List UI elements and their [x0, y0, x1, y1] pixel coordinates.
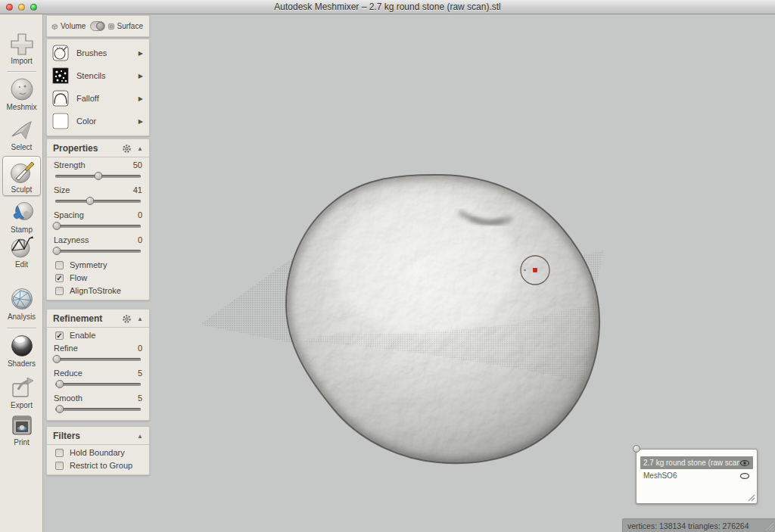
shaders-sphere-icon [9, 333, 35, 359]
strength-slider-knob[interactable] [94, 172, 102, 180]
meshmix-sphere-icon [9, 76, 35, 102]
refine-slider-knob[interactable] [53, 355, 61, 363]
toolbar-analysis-button[interactable]: Analysis [0, 286, 43, 321]
filters-header[interactable]: Filters ▲ [47, 427, 149, 445]
mesh-stats-text: vertices: 138134 triangles: 276264 [623, 521, 749, 530]
toolbar-edit-button[interactable]: Edit [0, 234, 43, 269]
enable-checkbox[interactable]: ✓ [55, 331, 64, 340]
panel-resize-grip[interactable] [747, 493, 755, 502]
falloff-row[interactable]: Falloff ▶ [51, 87, 145, 110]
reduce-slider-knob[interactable] [55, 380, 64, 388]
status-bar: vertices: 138134 triangles: 276264 [622, 518, 775, 532]
size-slider[interactable] [55, 200, 141, 203]
edit-wireframe-icon [9, 234, 35, 260]
toolbar-print-button[interactable]: Print [0, 413, 43, 446]
sculpt-tools-card: Brushes ▶ Stencils ▶ Falloff ▶ Color ▶ [46, 39, 150, 136]
symmetry-checkbox-row[interactable]: Symmetry [55, 260, 142, 269]
volume-surface-toggle-card: Volume Surface [46, 15, 150, 37]
gear-icon[interactable] [122, 314, 132, 324]
strength-slider[interactable] [55, 175, 141, 178]
smooth-slider-row: Smooth5 [54, 394, 142, 411]
strength-slider-row: Strength50 [54, 160, 142, 178]
zoom-window-button[interactable] [30, 4, 37, 11]
lazyness-slider[interactable] [55, 250, 141, 253]
object-row-meshso6[interactable]: MeshSO6 [640, 469, 753, 482]
refine-value: 0 [138, 344, 142, 353]
symmetry-checkbox[interactable] [55, 261, 64, 269]
size-slider-knob[interactable] [86, 197, 95, 205]
aligntostroke-checkbox-row[interactable]: AlignToStroke [55, 286, 142, 295]
collapse-icon[interactable]: ▲ [137, 316, 143, 322]
filters-card: Filters ▲ Hold Boundary Restrict to Grou… [46, 426, 150, 475]
lazyness-slider-knob[interactable] [53, 247, 61, 255]
close-window-button[interactable] [6, 4, 13, 11]
refine-slider[interactable] [55, 358, 141, 361]
visibility-eye-icon[interactable] [739, 459, 750, 467]
flow-checkbox[interactable]: ✓ [55, 274, 64, 282]
size-slider-row: Size41 [54, 185, 142, 203]
spacing-value: 0 [138, 210, 142, 219]
minimize-window-button[interactable] [18, 4, 25, 11]
expand-arrow-icon[interactable]: ▶ [139, 73, 143, 79]
toggle-knob[interactable] [96, 22, 104, 30]
stencils-icon [51, 67, 70, 85]
window-controls [6, 4, 37, 11]
toolbar-sculpt-button[interactable]: Sculpt [2, 156, 41, 196]
properties-card: Properties ▲ Strength50 Size41 Spacing0 … [46, 138, 150, 300]
restrict-to-group-checkbox[interactable] [55, 462, 64, 470]
object-row-stone[interactable]: 2.7 kg round stone (raw scan).stl [640, 456, 753, 469]
flow-checkbox-row[interactable]: ✓ Flow [55, 273, 142, 282]
brushes-icon [51, 44, 70, 62]
brush-hit-point [534, 269, 537, 272]
select-arrow-icon [9, 118, 35, 142]
title-bar: Autodesk Meshmixer – 2.7 kg round stone … [0, 0, 775, 14]
hold-boundary-checkbox[interactable] [55, 449, 64, 457]
analysis-mesh-icon [9, 286, 35, 312]
toolbar-import-button[interactable]: Import [0, 32, 43, 65]
stencils-row[interactable]: Stencils ▶ [51, 64, 145, 87]
size-value: 41 [133, 185, 142, 194]
toolbar-meshmix-button[interactable]: Meshmix [0, 76, 43, 111]
properties-header[interactable]: Properties ▲ [47, 139, 149, 157]
reduce-value: 5 [138, 369, 142, 378]
enable-checkbox-row[interactable]: ✓ Enable [55, 331, 142, 340]
color-row[interactable]: Color ▶ [51, 110, 145, 132]
expand-arrow-icon[interactable]: ▶ [139, 95, 143, 102]
stamp-fleur-icon [9, 199, 35, 225]
aligntostroke-checkbox[interactable] [55, 287, 64, 295]
volume-surface-toggle[interactable] [90, 21, 104, 31]
toolbar-divider [7, 71, 36, 72]
hold-boundary-checkbox-row[interactable]: Hold Boundary [55, 448, 142, 457]
surface-label: Surface [117, 22, 143, 30]
toolbar-divider [7, 328, 36, 328]
lazyness-value: 0 [138, 235, 142, 244]
surface-square-icon [107, 21, 115, 32]
reduce-slider[interactable] [55, 383, 141, 386]
toolbar-stamp-button[interactable]: Stamp [0, 199, 43, 234]
window-resize-grip[interactable] [764, 521, 774, 531]
expand-arrow-icon[interactable]: ▶ [139, 118, 143, 125]
lazyness-slider-row: Lazyness0 [54, 235, 142, 253]
toolbar-shaders-button[interactable]: Shaders [0, 333, 43, 368]
smooth-slider-knob[interactable] [55, 405, 64, 413]
gear-icon[interactable] [122, 144, 132, 154]
volume-cube-icon [51, 21, 58, 32]
color-swatch-icon [51, 112, 70, 130]
collapse-icon[interactable]: ▲ [137, 433, 143, 440]
toolbar-export-button[interactable]: Export [0, 376, 43, 409]
toolbar-select-button[interactable]: Select [0, 118, 43, 151]
spacing-slider-knob[interactable] [53, 222, 61, 230]
object-browser-pin-button[interactable] [633, 445, 640, 453]
restrict-to-group-checkbox-row[interactable]: Restrict to Group [55, 461, 142, 470]
refinement-header[interactable]: Refinement ▲ [47, 310, 149, 328]
expand-arrow-icon[interactable]: ▶ [139, 50, 143, 57]
collapse-icon[interactable]: ▲ [137, 145, 143, 152]
reduce-slider-row: Reduce5 [54, 369, 142, 386]
sculpt-brush-icon [8, 159, 36, 185]
spacing-slider[interactable] [55, 225, 141, 228]
spacing-slider-row: Spacing0 [54, 210, 142, 228]
refinement-card: Refinement ▲ ✓ Enable Refine0 Reduce5 Sm… [46, 309, 150, 421]
smooth-slider[interactable] [55, 408, 141, 411]
brushes-row[interactable]: Brushes ▶ [51, 42, 145, 64]
visibility-eye-icon[interactable] [739, 472, 750, 480]
